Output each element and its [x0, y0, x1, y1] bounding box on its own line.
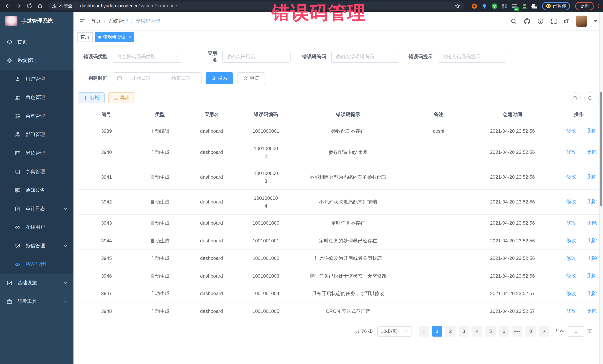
fullscreen-icon[interactable]: [551, 18, 557, 24]
address-bar[interactable]: 不安全 dashboard.yudao.iocoder.cn/system/er…: [48, 1, 464, 10]
delete-link[interactable]: 删除: [582, 272, 597, 279]
cell-ops: 修改 删除: [550, 267, 603, 285]
cell-time: 2021-04-20 23:52:56: [475, 267, 550, 285]
edit-link[interactable]: 修改: [561, 289, 576, 297]
scrollbar-thumb[interactable]: [600, 92, 602, 207]
chevron-down-icon[interactable]: [594, 20, 597, 22]
profile-paused-pill[interactable]: 已暂停: [542, 2, 570, 10]
delete-link[interactable]: 删除: [582, 127, 597, 134]
sidebar-item-部门管理[interactable]: 部门管理: [0, 125, 73, 144]
sidebar-item-基础设施[interactable]: 基础设施: [0, 274, 73, 292]
toggle-search-button[interactable]: [570, 92, 581, 103]
delete-link[interactable]: 删除: [582, 198, 597, 206]
scrollbar-track[interactable]: [599, 12, 603, 364]
delete-link[interactable]: 删除: [582, 173, 597, 181]
page-button-4[interactable]: 4: [472, 326, 482, 336]
sidebar-item-审计日志[interactable]: 审计日志: [0, 199, 73, 218]
bookmark-star-icon[interactable]: [454, 3, 460, 9]
add-button[interactable]: 新增: [78, 92, 105, 103]
sidebar-item-label: 基础设施: [17, 279, 37, 286]
edit-link[interactable]: 修改: [561, 307, 576, 315]
edit-link[interactable]: 修改: [561, 236, 576, 244]
sidebar-item-label: 错误码管理: [26, 261, 50, 268]
extension-icon-orange[interactable]: [471, 3, 477, 9]
sidebar-item-字典管理[interactable]: 字典管理: [0, 162, 73, 181]
sidebar-item-系统管理[interactable]: 系统管理: [0, 51, 73, 70]
breadcrumb-system[interactable]: 系统管理: [109, 18, 128, 24]
extensions-puzzle-icon[interactable]: [531, 3, 538, 9]
sidebar-item-菜单管理[interactable]: 菜单管理: [0, 107, 73, 125]
date-range-picker[interactable]: 开始日期 - 结束日期: [113, 72, 202, 84]
extension-icon-green[interactable]: [491, 3, 498, 9]
delete-link[interactable]: 删除: [582, 289, 597, 297]
sidebar-item-错误码管理[interactable]: 错误码管理: [0, 255, 73, 274]
hamburger-icon[interactable]: [79, 18, 85, 24]
delete-link[interactable]: 删除: [582, 148, 597, 156]
sidebar-item-岗位管理[interactable]: 岗位管理: [0, 144, 73, 162]
page-button-1[interactable]: 1: [432, 326, 442, 336]
edit-link[interactable]: 修改: [561, 127, 576, 134]
forward-icon[interactable]: [16, 3, 22, 9]
tab-error-code[interactable]: 错误码管理 ×: [95, 32, 134, 42]
back-icon[interactable]: [5, 3, 11, 9]
goto-page-input[interactable]: 1: [568, 326, 584, 336]
tab-home[interactable]: 首页: [77, 32, 93, 42]
delete-link[interactable]: 删除: [582, 236, 597, 244]
browser-update-button[interactable]: 更新: [575, 2, 594, 10]
search-button[interactable]: 搜索: [206, 72, 233, 84]
breadcrumb-home[interactable]: 首页: [91, 18, 101, 24]
reset-button[interactable]: 重置: [237, 72, 265, 84]
extension-icon-grid[interactable]: [501, 3, 508, 9]
sidebar-item-通知公告[interactable]: 通知公告: [0, 181, 73, 199]
sidebar-item-角色管理[interactable]: 角色管理: [0, 88, 73, 107]
extension-icon-gem[interactable]: [481, 3, 487, 9]
delete-link[interactable]: 删除: [582, 219, 597, 227]
extension-icon-list[interactable]: on: [511, 3, 518, 9]
page-button-5[interactable]: 5: [485, 326, 496, 336]
page-button-8[interactable]: 8: [525, 326, 536, 336]
refresh-table-button[interactable]: [584, 92, 596, 103]
more-pages-button[interactable]: •••: [512, 326, 522, 336]
sidebar-item-用户管理[interactable]: 用户管理: [0, 70, 73, 88]
error-type-select[interactable]: 请选择错误码类型: [113, 51, 182, 63]
next-page-button[interactable]: [539, 326, 549, 336]
page-button-2[interactable]: 2: [445, 326, 456, 336]
github-icon[interactable]: [524, 18, 530, 24]
sidebar-item-短信管理[interactable]: 短信管理: [0, 236, 73, 255]
app-name-input[interactable]: 请输入应用名: [222, 51, 290, 63]
edit-link[interactable]: 修改: [561, 219, 576, 227]
page-button-3[interactable]: 3: [459, 326, 469, 336]
reload-icon[interactable]: [26, 3, 32, 9]
edit-link[interactable]: 修改: [561, 198, 576, 206]
edit-link[interactable]: 修改: [561, 148, 576, 156]
page-button-6[interactable]: 6: [499, 326, 509, 336]
sidebar-item-研发工具[interactable]: 研发工具: [0, 292, 73, 311]
home-icon[interactable]: [37, 3, 43, 9]
delete-link[interactable]: 删除: [582, 254, 597, 262]
extension-icon-person[interactable]: [521, 3, 528, 9]
url-text[interactable]: dashboard.yudao.iocoder.cn/system/error-…: [80, 3, 452, 9]
chevron-down-icon: [63, 207, 68, 211]
page-size-select[interactable]: 10条/页: [377, 326, 412, 336]
avatar[interactable]: [576, 16, 587, 27]
prev-page-button[interactable]: [418, 326, 429, 336]
cell-time: 2021-04-20 23:52:57: [475, 302, 550, 320]
security-indicator[interactable]: 不安全: [52, 3, 72, 9]
error-msg-input[interactable]: 请输入错误码提示: [438, 51, 506, 63]
tab-label: 错误码管理: [103, 34, 126, 40]
browser-menu-icon[interactable]: [596, 3, 601, 9]
help-icon[interactable]: [537, 18, 544, 24]
delete-link[interactable]: 删除: [582, 307, 597, 315]
export-button[interactable]: 导出: [108, 92, 135, 103]
edit-link[interactable]: 修改: [561, 272, 576, 279]
edit-icon: [561, 175, 565, 179]
sidebar-item-首页[interactable]: 首页: [0, 33, 73, 51]
sidebar-item-在线用户[interactable]: 在线用户: [0, 218, 73, 236]
edit-link[interactable]: 修改: [561, 173, 576, 181]
sidebar-logo[interactable]: 芋道管理系统: [0, 12, 73, 30]
close-icon[interactable]: ×: [128, 34, 131, 39]
search-icon[interactable]: [510, 18, 517, 24]
font-size-icon[interactable]: tT: [564, 18, 569, 24]
error-code-input[interactable]: 请输入错误码编码: [331, 51, 399, 63]
edit-link[interactable]: 修改: [561, 254, 576, 262]
